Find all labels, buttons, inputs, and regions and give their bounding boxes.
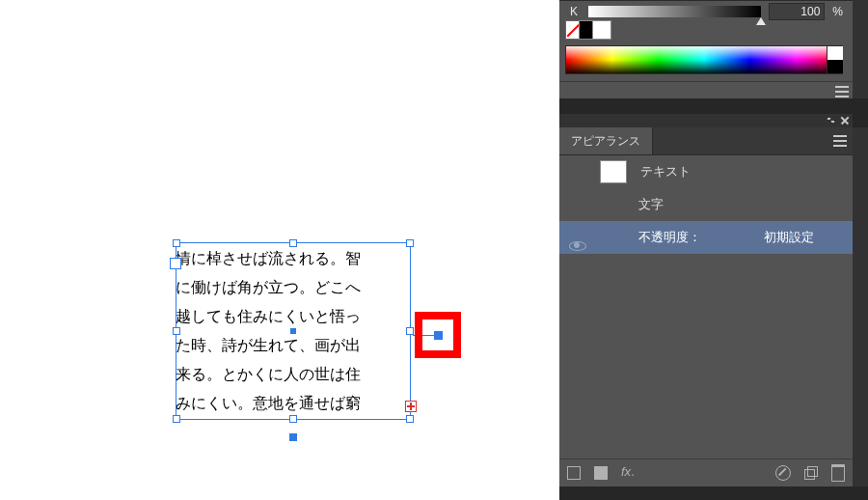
text-line: みにくい。意地を通せば窮 bbox=[176, 389, 411, 418]
appearance-characters-row[interactable]: 文字 bbox=[559, 188, 853, 221]
target-swatch-icon bbox=[600, 160, 627, 183]
annotation-highlight-box bbox=[415, 312, 461, 358]
type-on-path-handle[interactable] bbox=[289, 433, 297, 441]
clear-appearance-icon[interactable] bbox=[775, 465, 791, 481]
selected-text-frame[interactable]: 情に棹させば流される。智 に働けば角が立つ。どこへ 越しても住みにくいと悟っ た… bbox=[176, 242, 411, 420]
color-spectrum[interactable] bbox=[565, 45, 843, 74]
spectrum-black[interactable] bbox=[827, 60, 843, 73]
spectrum-white[interactable] bbox=[827, 46, 843, 60]
appearance-opacity-row[interactable]: 不透明度： 初期設定 bbox=[559, 221, 853, 254]
appearance-panel: アピアランス テキスト 文字 不透明度： 初期設定 bbox=[559, 127, 853, 486]
target-label: テキスト bbox=[640, 163, 691, 181]
panel-chrome bbox=[559, 114, 853, 127]
opacity-value: 初期設定 bbox=[764, 229, 814, 246]
new-stroke-icon[interactable] bbox=[567, 466, 581, 480]
appearance-tab[interactable]: アピアランス bbox=[559, 127, 653, 154]
panel-collapse-icon[interactable] bbox=[826, 115, 837, 126]
text-line: 来る。とかくに人の世は住 bbox=[176, 360, 411, 389]
characters-label: 文字 bbox=[638, 196, 664, 213]
appearance-body: テキスト 文字 不透明度： 初期設定 bbox=[559, 155, 853, 254]
duplicate-item-icon[interactable] bbox=[804, 466, 818, 480]
dock-collapse-strip[interactable] bbox=[853, 0, 868, 500]
panel-close-icon[interactable] bbox=[839, 115, 851, 126]
color-channel-label: K bbox=[567, 5, 581, 18]
artboard[interactable]: 情に棹させば流される。智 に働けば角が立つ。どこへ 越しても住みにくいと悟っ た… bbox=[0, 0, 540, 500]
color-panel-footer bbox=[559, 81, 853, 99]
color-value-field[interactable]: 100 bbox=[769, 3, 825, 20]
add-effect-icon[interactable]: fx. bbox=[621, 464, 637, 480]
center-point bbox=[290, 328, 296, 334]
text-line: に働けば角が立つ。どこへ bbox=[176, 273, 411, 302]
panel-menu-icon[interactable] bbox=[835, 86, 849, 97]
panel-menu-icon[interactable] bbox=[833, 135, 847, 147]
text-in-port[interactable] bbox=[170, 258, 181, 269]
new-fill-icon[interactable] bbox=[594, 466, 608, 480]
panel-gap bbox=[559, 486, 868, 500]
text-line: 越しても住みにくいと悟っ bbox=[176, 302, 411, 331]
delete-item-icon[interactable] bbox=[831, 464, 845, 482]
text-line: 情に棹させば流される。智 bbox=[176, 244, 411, 273]
color-slider-thumb[interactable] bbox=[756, 17, 766, 25]
appearance-footer: fx. bbox=[559, 458, 853, 486]
color-default-swatches bbox=[565, 20, 608, 42]
text-line: た時、詩が生れて、画が出 bbox=[176, 331, 411, 360]
opacity-label: 不透明度： bbox=[638, 229, 701, 246]
white-swatch[interactable] bbox=[592, 20, 611, 40]
text-overflow-port[interactable] bbox=[405, 401, 417, 412]
color-panel: K 100 % bbox=[559, 0, 853, 99]
color-slider-track[interactable] bbox=[588, 6, 761, 17]
panel-dock: K 100 % アピアランス bbox=[559, 0, 868, 500]
appearance-header: アピアランス bbox=[559, 127, 853, 155]
percent-label: % bbox=[832, 5, 843, 18]
appearance-target-row[interactable]: テキスト bbox=[559, 155, 853, 188]
